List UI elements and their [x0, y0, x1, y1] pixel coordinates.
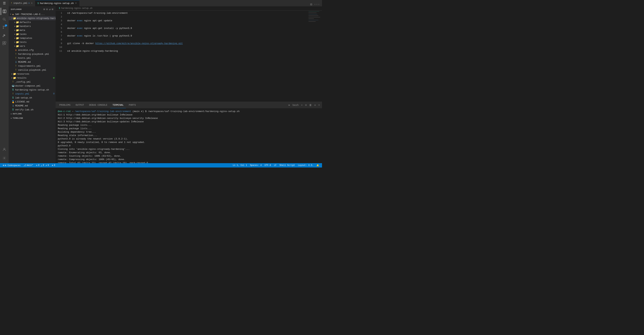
more-actions-icon[interactable]: ···: [314, 3, 320, 6]
codespaces-label: ⊞ Codespaces: [5, 164, 20, 167]
new-folder-icon[interactable]: ⊟: [46, 8, 48, 11]
remote-icon: ⊕: [52, 164, 53, 167]
meta-chevron: ▶: [14, 29, 16, 31]
indent-status[interactable]: Spaces: 4: [248, 163, 263, 168]
hosts-yml-file[interactable]: ! hosts.yml: [9, 56, 56, 60]
results-folder[interactable]: ▶ 📁 results: [9, 76, 56, 80]
requirements-yml-file[interactable]: ! requirements.yml: [9, 64, 56, 68]
split-editor-icon[interactable]: ⊡: [310, 2, 312, 6]
settings-activity-icon[interactable]: [1, 155, 8, 162]
tasks-label: tasks: [20, 33, 26, 36]
new-file-icon[interactable]: ⊞: [44, 8, 45, 11]
tab-close-inputs[interactable]: ×: [31, 2, 33, 5]
license-file[interactable]: 🏅 LICENSE.md: [9, 100, 56, 104]
tab-close-hardening[interactable]: ×: [75, 2, 77, 5]
editor-content: 1 2 3 4 5 6 7 8 9 10 11 cd /workspaces/s…: [56, 11, 322, 102]
search-activity-icon[interactable]: [1, 16, 8, 23]
terminal-tab[interactable]: TERMINAL: [110, 102, 126, 108]
vanilla-playbook-file[interactable]: ! vanilla-playbook.yml: [9, 68, 56, 72]
code-line-7: docker exec nginx ls /usr/bin | grep pyt…: [67, 34, 308, 38]
meta-label: meta: [20, 29, 25, 32]
tests-folder[interactable]: ▶ 📁 tests: [9, 40, 56, 44]
ports-tab[interactable]: PORTS: [126, 102, 138, 108]
meta-icon: 📁: [16, 29, 19, 32]
config-yml-file[interactable]: ! _config.yml: [9, 80, 56, 84]
extensions-activity-icon[interactable]: [1, 40, 8, 47]
tasks-folder[interactable]: ▶ 📁 tasks: [9, 32, 56, 36]
terminal-line-9: 0 upgraded, 0 newly installed, 0 to remo…: [58, 141, 320, 144]
debug-console-tab[interactable]: DEBUG CONSOLE: [87, 102, 110, 108]
timeline-section[interactable]: ▶ TIMELINE: [9, 116, 56, 120]
explorer-header: EXPLORER ⊞ ⊟ ↺ ⊠: [9, 6, 56, 12]
vars-folder[interactable]: ▶ 📁 vars: [9, 44, 56, 48]
code-line-1: cd /workspaces/saf-training-lab-environm…: [67, 11, 308, 15]
meta-folder[interactable]: ▶ 📁 meta: [9, 28, 56, 32]
hardening-sh-file[interactable]: $ hardening-nginx-setup.sh: [9, 88, 56, 92]
breadcrumb-filename: hardening-nginx-setup.sh: [61, 7, 92, 10]
tab-hardening-sh[interactable]: $ hardening-nginx-setup.sh ×: [35, 0, 79, 6]
problems-tab[interactable]: PROBLEMS: [57, 102, 72, 108]
codespaces-status[interactable]: ⊞ ⊞ Codespaces: [2, 163, 22, 168]
terminal-content[interactable]: @em-c-rod → /workspaces/saf-training-lab…: [56, 108, 322, 163]
run-activity-icon[interactable]: [1, 32, 8, 39]
docker-compose-file[interactable]: 🐳 docker-compose.yml: [9, 84, 56, 88]
remote-status[interactable]: ⊕ 0: [50, 163, 56, 168]
readme-ansible-file[interactable]: ℹ README.md: [9, 60, 56, 64]
defaults-folder[interactable]: ▶ 📁 defaults: [9, 20, 56, 24]
verify-lab-file[interactable]: $ verify-lab.sh: [9, 108, 56, 112]
hardening-playbook-file[interactable]: ! hardening-playbook.yml: [9, 52, 56, 56]
kill-terminal-icon[interactable]: 🗑: [308, 103, 312, 107]
split-terminal-icon[interactable]: ⊡: [304, 103, 307, 107]
git-branch-status[interactable]: ⎇ main*: [22, 163, 35, 168]
encoding-status[interactable]: UTF-8: [263, 163, 272, 168]
terminal-line-4: Reading package lists...: [58, 123, 320, 127]
explorer-activity-icon[interactable]: [1, 8, 8, 15]
ansible-cfg-file[interactable]: ⚙ ansible.cfg: [9, 48, 56, 52]
tab-inputs-yml[interactable]: ! inputs.yml ● ×: [9, 0, 35, 6]
templates-folder[interactable]: ▶ 📁 templates: [9, 36, 56, 40]
maximize-panel-icon[interactable]: ∧: [314, 103, 316, 107]
language-mode-status[interactable]: Shell Script: [278, 163, 296, 168]
tests-label: tests: [20, 41, 26, 44]
line-numbers: 1 2 3 4 5 6 7 8 9 10 11: [56, 11, 64, 102]
collapse-icon[interactable]: ⊠: [52, 8, 54, 11]
errors-status[interactable]: ⊙ 0 △ 0 ✗ 0: [35, 163, 50, 168]
output-tab[interactable]: OUTPUT: [73, 102, 86, 108]
config-yml-icon: !: [12, 80, 14, 83]
breadcrumb: $ hardening-nginx-setup.sh: [56, 6, 322, 11]
add-terminal-icon[interactable]: +: [300, 103, 303, 107]
svg-line-3: [5, 20, 6, 21]
account-activity-icon[interactable]: [1, 146, 8, 153]
hamburger-icon[interactable]: ☰: [3, 1, 6, 5]
readme-root-label: README.md: [15, 104, 28, 107]
line-ending-label: LF: [274, 164, 276, 167]
line-ending-status[interactable]: LF: [272, 163, 278, 168]
inputs-yml-file[interactable]: ! inputs.yml U: [9, 92, 56, 96]
hardening-sh-icon: $: [12, 88, 14, 91]
terminal-line-12: remote: Enumerating objects: 63, done.: [58, 151, 320, 154]
ansible-folder[interactable]: ▼ 📁 ansible-nginx-stigready-hardening: [9, 16, 56, 20]
close-panel-icon[interactable]: ×: [318, 103, 320, 107]
keyboard-layout-status[interactable]: Layout: U.S.: [296, 163, 315, 168]
root-folder[interactable]: ▼ ◈ SAF-TRAINING-LAB-E...: [9, 12, 56, 16]
verify-lab-icon: $: [12, 108, 14, 111]
outline-label: OUTLINE: [13, 113, 22, 115]
terminal-line-3: Hit:3 http://deb.debian.org/debian bulls…: [58, 120, 320, 123]
defaults-icon: 📁: [16, 21, 19, 24]
notifications-status[interactable]: 🔔: [315, 163, 320, 168]
handlers-folder[interactable]: ▶ 📁 handlers: [9, 24, 56, 28]
git-activity-icon[interactable]: 3: [1, 24, 8, 31]
encoding-label: UTF-8: [264, 164, 271, 167]
resources-folder[interactable]: ▶ 📁 resources: [9, 72, 56, 76]
readme-root-file[interactable]: ℹ README.md: [9, 104, 56, 108]
terminal-line-15: remote: Total 63 (delta 23), reused 43 (…: [58, 161, 320, 163]
vars-label: vars: [20, 45, 25, 48]
refresh-icon[interactable]: ↺: [49, 8, 50, 11]
lab-setup-file[interactable]: $ lab-setup.sh: [9, 96, 56, 100]
code-content[interactable]: cd /workspaces/saf-training-lab-environm…: [64, 11, 308, 102]
outline-section[interactable]: ▶ OUTLINE: [9, 112, 56, 116]
terminal-line-6: Building dependency tree...: [58, 130, 320, 134]
cursor-position-status[interactable]: Ln 1, Col 1: [231, 163, 248, 168]
tab-label-inputs: inputs.yml: [13, 2, 28, 5]
status-right: Ln 1, Col 1 Spaces: 4 UTF-8 LF Shell Scr…: [231, 163, 320, 168]
